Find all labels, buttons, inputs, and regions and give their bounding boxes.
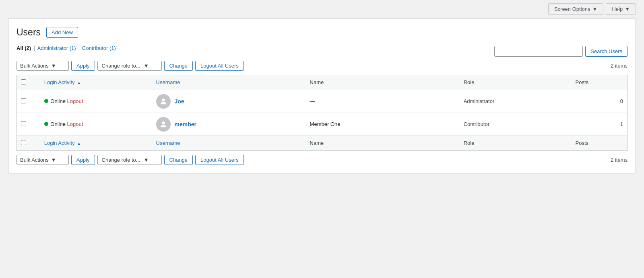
filter-all-link[interactable]: All (2) xyxy=(17,45,31,51)
col-posts: Posts xyxy=(572,75,627,90)
col-posts-footer: Posts xyxy=(572,136,627,150)
row-posts: 1 xyxy=(572,113,627,136)
help-label: Help xyxy=(612,6,623,12)
avatar xyxy=(156,117,171,132)
col-login-activity-sort[interactable]: Login Activity ▲ xyxy=(44,79,81,85)
posts-value: 0 xyxy=(620,98,623,104)
username-cell: member xyxy=(156,117,302,132)
header-left: Users Add New All (2) | Administrator xyxy=(17,27,116,57)
col-username-sort-footer[interactable]: Username xyxy=(156,140,180,146)
page-header: Users Add New xyxy=(17,27,116,39)
chevron-down-icon: ▼ xyxy=(592,6,598,12)
row-check-cell xyxy=(17,113,40,136)
online-label: Online xyxy=(50,98,66,104)
online-dot-icon xyxy=(44,99,48,103)
page-title: Users xyxy=(17,27,41,39)
change-role-bottom-label: Change role to... xyxy=(102,157,140,163)
logout-link[interactable]: Logout xyxy=(67,121,83,127)
online-dot-icon xyxy=(44,122,48,126)
table-row: Online Logout Joe — Administrator xyxy=(17,90,627,113)
tablenav-top-left: Bulk Actions ▼ Apply Change role to... ▼… xyxy=(17,61,244,71)
chevron-down-icon: ▼ xyxy=(625,6,630,12)
row-posts: 0 xyxy=(572,90,627,113)
row-username-cell: member xyxy=(152,113,306,136)
top-bar: Screen Options ▼ Help ▼ xyxy=(0,0,644,18)
items-count-bottom: 2 items xyxy=(611,157,627,163)
items-count-top: 2 items xyxy=(611,63,627,69)
row-role: Administrator xyxy=(460,90,572,113)
change-role-bottom-select[interactable]: Change role to... ▼ xyxy=(97,155,162,165)
chevron-down-icon: ▼ xyxy=(144,157,149,163)
tablenav-top: Bulk Actions ▼ Apply Change role to... ▼… xyxy=(17,61,627,71)
posts-link[interactable]: 1 xyxy=(620,121,623,127)
users-table: Login Activity ▲ Username Name Role xyxy=(17,75,627,151)
tablenav-bottom-left: Bulk Actions ▼ Apply Change role to... ▼… xyxy=(17,155,244,165)
online-label: Online xyxy=(50,121,66,127)
change-role-top-label: Change role to... xyxy=(102,63,140,69)
col-login-activity-sort-footer[interactable]: Login Activity ▲ xyxy=(44,140,81,146)
col-username-sort[interactable]: Username xyxy=(156,79,180,85)
filter-administrator-link[interactable]: Administrator (1) xyxy=(37,45,76,51)
bulk-actions-top-select[interactable]: Bulk Actions ▼ xyxy=(17,61,69,71)
filter-links: All (2) | Administrator (1) | xyxy=(17,45,116,51)
row-name: — xyxy=(306,90,460,113)
tablenav-bottom: Bulk Actions ▼ Apply Change role to... ▼… xyxy=(17,155,627,165)
screen-options-label: Screen Options xyxy=(554,6,590,12)
row-username-cell: Joe xyxy=(152,90,306,113)
col-username-footer: Username xyxy=(152,136,306,150)
change-top-button[interactable]: Change xyxy=(164,61,193,71)
col-check-all-bottom xyxy=(17,136,40,150)
col-role-footer: Role xyxy=(460,136,572,150)
search-input[interactable] xyxy=(494,46,583,57)
header-right: Search Users xyxy=(494,46,627,57)
logout-link[interactable]: Logout xyxy=(67,98,83,104)
col-login-activity-footer: Login Activity ▲ xyxy=(40,136,152,150)
chevron-down-icon: ▼ xyxy=(144,63,149,69)
col-name: Name xyxy=(306,75,460,90)
username-link[interactable]: Joe xyxy=(175,98,184,105)
avatar xyxy=(156,94,171,109)
row-checkbox[interactable] xyxy=(21,121,26,126)
select-all-bottom-checkbox[interactable] xyxy=(21,140,26,145)
col-check-all xyxy=(17,75,40,90)
filter-administrator: Administrator (1) xyxy=(37,45,76,51)
add-new-button[interactable]: Add New xyxy=(46,27,78,38)
change-role-top-select[interactable]: Change role to... ▼ xyxy=(97,61,162,71)
header-row: Users Add New All (2) | Administrator xyxy=(17,27,627,57)
row-check-cell xyxy=(17,90,40,113)
col-login-activity: Login Activity ▲ xyxy=(40,75,152,90)
bulk-actions-bottom-select[interactable]: Bulk Actions ▼ xyxy=(17,155,69,165)
chevron-down-icon: ▼ xyxy=(51,63,56,69)
filter-all: All (2) xyxy=(17,45,31,51)
username-link[interactable]: member xyxy=(175,121,196,128)
help-button[interactable]: Help ▼ xyxy=(606,3,636,15)
select-all-top-checkbox[interactable] xyxy=(21,79,26,84)
col-role: Role xyxy=(460,75,572,90)
row-login-activity: Online Logout xyxy=(40,113,152,136)
sort-arrow-icon-footer: ▲ xyxy=(77,141,81,146)
name-value: Member One xyxy=(310,121,341,127)
search-users-button[interactable]: Search Users xyxy=(585,46,627,57)
logout-all-top-button[interactable]: Logout All Users xyxy=(195,61,244,71)
chevron-down-icon: ▼ xyxy=(51,157,56,163)
table-row: Online Logout member Member One Contr xyxy=(17,113,627,136)
username-cell: Joe xyxy=(156,94,302,109)
table-footer-row: Login Activity ▲ Username Name Role xyxy=(17,136,627,150)
bulk-actions-bottom-label: Bulk Actions xyxy=(20,157,49,163)
screen-options-button[interactable]: Screen Options ▼ xyxy=(548,3,603,15)
main-content: Users Add New All (2) | Administrator xyxy=(8,18,636,173)
row-login-activity: Online Logout xyxy=(40,90,152,113)
name-value: — xyxy=(310,98,315,104)
change-bottom-button[interactable]: Change xyxy=(164,155,193,165)
logout-all-bottom-button[interactable]: Logout All Users xyxy=(195,155,244,165)
filter-contributor-link[interactable]: Contributor (1) xyxy=(82,45,116,51)
row-checkbox[interactable] xyxy=(21,98,26,103)
row-name: Member One xyxy=(306,113,460,136)
apply-bottom-button[interactable]: Apply xyxy=(71,155,95,165)
sort-arrow-icon: ▲ xyxy=(77,80,81,85)
apply-top-button[interactable]: Apply xyxy=(71,61,95,71)
row-role: Contributor xyxy=(460,113,572,136)
table-header-row: Login Activity ▲ Username Name Role xyxy=(17,75,627,90)
bulk-actions-top-label: Bulk Actions xyxy=(20,63,49,69)
col-name-footer: Name xyxy=(306,136,460,150)
